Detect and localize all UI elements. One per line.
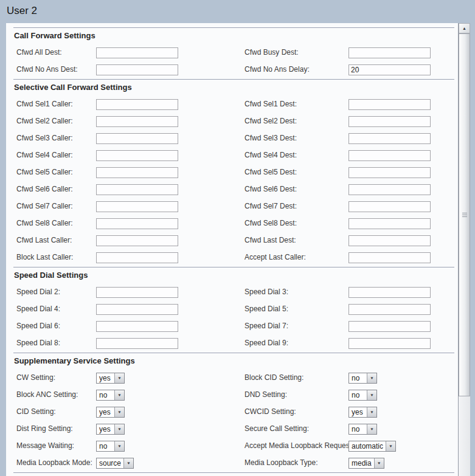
section-selective-call-forward-settings: Selective Call Forward SettingsCfwd Sel1… bbox=[13, 79, 454, 267]
speed-dial-9-label: Speed Dial 9: bbox=[241, 339, 348, 347]
cfwd-no-ans-delay-label: Cfwd No Ans Delay: bbox=[241, 65, 348, 74]
message-waiting-select[interactable]: no▼ bbox=[96, 441, 125, 452]
cfwd-busy-dest-label: Cfwd Busy Dest: bbox=[241, 48, 348, 57]
cfwd-sel8-dest-input[interactable] bbox=[348, 218, 431, 229]
cfwd-sel8-caller-label: Cfwd Sel8 Caller: bbox=[13, 219, 96, 227]
speed-dial-8-input[interactable] bbox=[96, 338, 178, 349]
cwcid-setting-select[interactable]: yes▼ bbox=[348, 407, 377, 418]
settings-row: Cfwd Last Caller:Cfwd Last Dest: bbox=[13, 232, 454, 249]
speed-dial-3-input[interactable] bbox=[348, 287, 431, 298]
section-call-forward-settings: Call Forward SettingsCfwd All Dest:Cfwd … bbox=[13, 27, 454, 79]
cfwd-sel2-caller-input[interactable] bbox=[96, 116, 178, 127]
control-cell bbox=[96, 218, 241, 229]
block-last-caller-input[interactable] bbox=[96, 252, 178, 263]
chevron-down-icon: ▼ bbox=[117, 376, 122, 379]
settings-row: Cfwd Sel1 Caller:Cfwd Sel1 Dest: bbox=[13, 95, 454, 112]
control-cell bbox=[348, 201, 454, 212]
cid-setting-select[interactable]: yes▼ bbox=[96, 407, 125, 418]
cfwd-sel2-dest-input[interactable] bbox=[348, 116, 431, 127]
speed-dial-4-input[interactable] bbox=[96, 304, 178, 315]
dropdown-arrow-button[interactable]: ▼ bbox=[367, 407, 376, 417]
settings-row: Cfwd No Ans Dest:Cfwd No Ans Delay: bbox=[13, 61, 454, 78]
cfwd-all-dest-label: Cfwd All Dest: bbox=[13, 48, 96, 57]
dropdown-arrow-button[interactable]: ▼ bbox=[386, 441, 395, 451]
cfwd-all-dest-input[interactable] bbox=[96, 47, 178, 58]
cfwd-last-caller-input[interactable] bbox=[96, 235, 178, 246]
dropdown-arrow-button[interactable]: ▼ bbox=[367, 373, 376, 383]
speed-dial-2-input[interactable] bbox=[96, 287, 178, 298]
dnd-setting-select[interactable]: no▼ bbox=[348, 390, 377, 401]
speed-dial-4-label: Speed Dial 4: bbox=[13, 305, 96, 313]
speed-dial-7-input[interactable] bbox=[348, 321, 431, 332]
selected-value: no bbox=[349, 373, 367, 383]
cfwd-sel4-dest-input[interactable] bbox=[348, 150, 431, 161]
block-anc-setting-select[interactable]: no▼ bbox=[96, 390, 125, 401]
cfwd-sel6-caller-input[interactable] bbox=[96, 184, 178, 195]
control-cell bbox=[96, 98, 241, 110]
speed-dial-6-input[interactable] bbox=[96, 321, 178, 332]
media-loopback-type-label: Media Loopback Type: bbox=[241, 458, 348, 467]
selected-value: automatic bbox=[349, 441, 386, 451]
cfwd-sel5-dest-input[interactable] bbox=[348, 167, 431, 178]
speed-dial-5-input[interactable] bbox=[348, 304, 431, 315]
cfwd-no-ans-dest-input[interactable] bbox=[96, 64, 178, 75]
dropdown-arrow-button[interactable]: ▼ bbox=[367, 424, 376, 434]
cfwd-sel1-caller-input[interactable] bbox=[96, 99, 178, 110]
control-cell bbox=[348, 286, 454, 298]
accept-media-loopback-request-select[interactable]: automatic▼ bbox=[348, 441, 396, 452]
secure-call-setting-select[interactable]: no▼ bbox=[348, 424, 377, 435]
cfwd-last-dest-input[interactable] bbox=[348, 235, 431, 246]
scroll-up-button[interactable]: ▲ bbox=[459, 23, 470, 33]
cfwd-sel4-caller-input[interactable] bbox=[96, 150, 178, 161]
dropdown-arrow-button[interactable]: ▼ bbox=[114, 424, 124, 434]
cfwd-sel8-caller-input[interactable] bbox=[96, 218, 178, 229]
control-cell bbox=[348, 167, 454, 178]
chevron-down-icon: ▼ bbox=[389, 444, 393, 447]
cfwd-sel3-dest-input[interactable] bbox=[348, 133, 431, 144]
control-cell bbox=[348, 320, 454, 332]
accept-last-caller-input[interactable] bbox=[348, 252, 431, 263]
settings-row: Speed Dial 2:Speed Dial 3: bbox=[13, 283, 454, 300]
dropdown-arrow-button[interactable]: ▼ bbox=[114, 407, 124, 417]
control-cell bbox=[96, 64, 241, 75]
control-cell bbox=[348, 64, 454, 75]
dropdown-arrow-button[interactable]: ▼ bbox=[114, 390, 124, 400]
cfwd-sel5-caller-input[interactable] bbox=[96, 167, 178, 178]
dist-ring-setting-select[interactable]: yes▼ bbox=[96, 424, 125, 435]
media-loopback-mode-select[interactable]: source▼ bbox=[96, 458, 134, 469]
control-cell: automatic▼ bbox=[348, 440, 454, 452]
block-cid-setting-select[interactable]: no▼ bbox=[348, 373, 377, 384]
control-cell: media▼ bbox=[348, 457, 454, 469]
dropdown-arrow-button[interactable]: ▼ bbox=[374, 458, 384, 468]
speed-dial-6-label: Speed Dial 6: bbox=[13, 322, 96, 330]
cid-setting-label: CID Setting: bbox=[13, 407, 96, 416]
speed-dial-9-input[interactable] bbox=[348, 338, 431, 349]
control-cell bbox=[96, 252, 241, 263]
control-cell bbox=[348, 218, 454, 229]
selected-value: media bbox=[349, 458, 374, 468]
cfwd-busy-dest-input[interactable] bbox=[348, 47, 431, 58]
cfwd-sel1-dest-input[interactable] bbox=[348, 99, 431, 110]
vertical-scrollbar[interactable]: ▲ bbox=[459, 23, 470, 476]
dropdown-arrow-button[interactable]: ▼ bbox=[367, 390, 376, 400]
control-cell: source▼ bbox=[96, 457, 241, 469]
scrollbar-thumb[interactable] bbox=[459, 33, 470, 396]
control-cell bbox=[96, 133, 241, 144]
chevron-down-icon: ▼ bbox=[370, 427, 374, 430]
cfwd-sel6-dest-input[interactable] bbox=[348, 184, 431, 195]
accept-last-caller-label: Accept Last Caller: bbox=[241, 253, 348, 261]
dropdown-arrow-button[interactable]: ▼ bbox=[114, 441, 124, 451]
cfwd-sel7-caller-input[interactable] bbox=[96, 201, 178, 212]
cfwd-sel7-dest-input[interactable] bbox=[348, 201, 431, 212]
control-cell bbox=[96, 201, 241, 212]
cfwd-sel3-caller-input[interactable] bbox=[96, 133, 178, 144]
cw-setting-select[interactable]: yes▼ bbox=[96, 373, 125, 384]
cfwd-sel8-dest-label: Cfwd Sel8 Dest: bbox=[241, 219, 348, 227]
cfwd-no-ans-delay-input[interactable] bbox=[348, 64, 431, 75]
dropdown-arrow-button[interactable]: ▼ bbox=[123, 458, 133, 468]
control-cell: yes▼ bbox=[348, 406, 454, 418]
control-cell: no▼ bbox=[348, 389, 454, 401]
media-loopback-type-select[interactable]: media▼ bbox=[348, 458, 384, 469]
settings-row: Cfwd Sel7 Caller:Cfwd Sel7 Dest: bbox=[13, 198, 454, 215]
dropdown-arrow-button[interactable]: ▼ bbox=[114, 373, 124, 383]
